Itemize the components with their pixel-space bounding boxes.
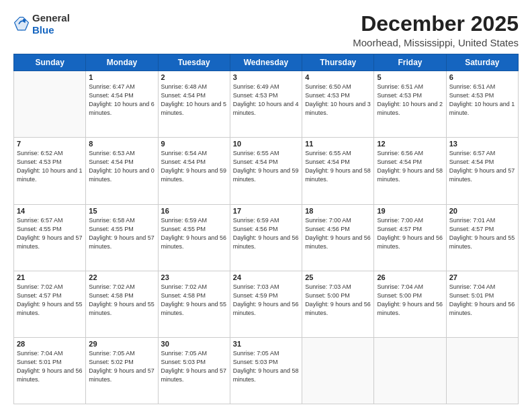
day-info: Sunrise: 6:47 AMSunset: 4:54 PMDaylight:… [89,83,154,118]
day-info: Sunrise: 7:02 AMSunset: 4:58 PMDaylight:… [161,283,227,318]
calendar-day-cell: 7Sunrise: 6:52 AMSunset: 4:53 PMDaylight… [14,138,86,204]
calendar-day-cell: 12Sunrise: 6:56 AMSunset: 4:54 PMDayligh… [374,138,446,204]
calendar-day-cell: 13Sunrise: 6:57 AMSunset: 4:54 PMDayligh… [446,138,518,204]
logo-icon [13,16,30,32]
day-of-week-header: Friday [374,54,446,71]
calendar-day-cell [374,337,446,404]
calendar-day-cell: 20Sunrise: 7:01 AMSunset: 4:57 PMDayligh… [446,204,518,271]
calendar-day-cell: 23Sunrise: 7:02 AMSunset: 4:58 PMDayligh… [158,271,230,337]
day-number: 15 [89,207,154,215]
calendar-header-row: SundayMondayTuesdayWednesdayThursdayFrid… [14,54,519,71]
day-info: Sunrise: 6:51 AMSunset: 4:53 PMDaylight:… [449,83,515,118]
day-number: 31 [233,340,299,348]
calendar-day-cell [302,337,374,404]
day-info: Sunrise: 7:04 AMSunset: 5:01 PMDaylight:… [449,283,515,318]
day-info: Sunrise: 6:56 AMSunset: 4:54 PMDaylight:… [377,149,443,184]
calendar-week-row: 14Sunrise: 6:57 AMSunset: 4:55 PMDayligh… [14,204,519,271]
day-number: 3 [233,73,299,81]
day-info: Sunrise: 6:51 AMSunset: 4:53 PMDaylight:… [377,83,443,118]
day-number: 5 [377,73,443,81]
day-info: Sunrise: 6:58 AMSunset: 4:55 PMDaylight:… [89,216,154,251]
logo: General Blue [13,12,70,36]
calendar-week-row: 7Sunrise: 6:52 AMSunset: 4:53 PMDaylight… [14,138,519,204]
day-number: 8 [89,140,154,148]
day-info: Sunrise: 7:00 AMSunset: 4:57 PMDaylight:… [377,216,443,251]
day-number: 4 [305,73,371,81]
day-number: 14 [17,207,83,215]
day-info: Sunrise: 6:48 AMSunset: 4:54 PMDaylight:… [161,83,227,118]
day-info: Sunrise: 6:57 AMSunset: 4:55 PMDaylight:… [17,216,83,251]
day-number: 7 [17,140,83,148]
title-block: December 2025 Moorhead, Mississippi, Uni… [353,12,519,48]
main-title: December 2025 [353,12,519,36]
calendar-day-cell [14,71,86,138]
calendar-day-cell: 22Sunrise: 7:02 AMSunset: 4:58 PMDayligh… [86,271,158,337]
day-number: 20 [449,207,515,215]
day-info: Sunrise: 6:50 AMSunset: 4:53 PMDaylight:… [305,83,371,118]
day-info: Sunrise: 6:54 AMSunset: 4:54 PMDaylight:… [161,149,227,184]
day-info: Sunrise: 7:02 AMSunset: 4:57 PMDaylight:… [17,283,83,318]
calendar-day-cell: 21Sunrise: 7:02 AMSunset: 4:57 PMDayligh… [14,271,86,337]
logo-blue: Blue [32,24,70,36]
day-info: Sunrise: 7:00 AMSunset: 4:56 PMDaylight:… [305,216,371,251]
calendar-day-cell: 28Sunrise: 7:04 AMSunset: 5:01 PMDayligh… [14,337,86,404]
day-info: Sunrise: 6:55 AMSunset: 4:54 PMDaylight:… [233,149,299,184]
day-of-week-header: Saturday [446,54,518,71]
calendar-week-row: 21Sunrise: 7:02 AMSunset: 4:57 PMDayligh… [14,271,519,337]
day-info: Sunrise: 6:52 AMSunset: 4:53 PMDaylight:… [17,149,83,184]
subtitle: Moorhead, Mississippi, United States [353,37,519,48]
calendar-day-cell: 27Sunrise: 7:04 AMSunset: 5:01 PMDayligh… [446,271,518,337]
calendar-day-cell [446,337,518,404]
day-of-week-header: Tuesday [158,54,230,71]
day-info: Sunrise: 7:04 AMSunset: 5:01 PMDaylight:… [17,349,83,384]
calendar-day-cell: 2Sunrise: 6:48 AMSunset: 4:54 PMDaylight… [158,71,230,138]
calendar-day-cell: 31Sunrise: 7:05 AMSunset: 5:03 PMDayligh… [230,337,302,404]
calendar-day-cell: 3Sunrise: 6:49 AMSunset: 4:53 PMDaylight… [230,71,302,138]
day-info: Sunrise: 7:04 AMSunset: 5:00 PMDaylight:… [377,283,443,318]
day-info: Sunrise: 7:02 AMSunset: 4:58 PMDaylight:… [89,283,154,318]
day-number: 11 [305,140,371,148]
calendar-day-cell: 4Sunrise: 6:50 AMSunset: 4:53 PMDaylight… [302,71,374,138]
calendar-day-cell: 25Sunrise: 7:03 AMSunset: 5:00 PMDayligh… [302,271,374,337]
header: General Blue December 2025 Moorhead, Mis… [13,12,519,48]
calendar-day-cell: 10Sunrise: 6:55 AMSunset: 4:54 PMDayligh… [230,138,302,204]
day-number: 19 [377,207,443,215]
calendar-body: 1Sunrise: 6:47 AMSunset: 4:54 PMDaylight… [14,71,519,404]
calendar-day-cell: 8Sunrise: 6:53 AMSunset: 4:54 PMDaylight… [86,138,158,204]
day-number: 24 [233,273,299,281]
day-number: 18 [305,207,371,215]
day-of-week-header: Sunday [14,54,86,71]
day-number: 22 [89,273,154,281]
calendar-day-cell: 6Sunrise: 6:51 AMSunset: 4:53 PMDaylight… [446,71,518,138]
day-info: Sunrise: 6:57 AMSunset: 4:54 PMDaylight:… [449,149,515,184]
day-of-week-header: Wednesday [230,54,302,71]
calendar-day-cell: 17Sunrise: 6:59 AMSunset: 4:56 PMDayligh… [230,204,302,271]
day-of-week-header: Monday [86,54,158,71]
day-number: 25 [305,273,371,281]
day-of-week-header: Thursday [302,54,374,71]
calendar-day-cell: 16Sunrise: 6:59 AMSunset: 4:55 PMDayligh… [158,204,230,271]
calendar-day-cell: 26Sunrise: 7:04 AMSunset: 5:00 PMDayligh… [374,271,446,337]
day-info: Sunrise: 7:03 AMSunset: 4:59 PMDaylight:… [233,283,299,318]
day-number: 2 [161,73,227,81]
day-number: 29 [89,340,154,348]
calendar-day-cell: 24Sunrise: 7:03 AMSunset: 4:59 PMDayligh… [230,271,302,337]
calendar-day-cell: 29Sunrise: 7:05 AMSunset: 5:02 PMDayligh… [86,337,158,404]
day-number: 12 [377,140,443,148]
calendar-day-cell: 11Sunrise: 6:55 AMSunset: 4:54 PMDayligh… [302,138,374,204]
calendar-day-cell: 18Sunrise: 7:00 AMSunset: 4:56 PMDayligh… [302,204,374,271]
day-info: Sunrise: 6:59 AMSunset: 4:55 PMDaylight:… [161,216,227,251]
calendar-day-cell: 1Sunrise: 6:47 AMSunset: 4:54 PMDaylight… [86,71,158,138]
day-info: Sunrise: 7:03 AMSunset: 5:00 PMDaylight:… [305,283,371,318]
day-info: Sunrise: 7:01 AMSunset: 4:57 PMDaylight:… [449,216,515,251]
calendar-week-row: 28Sunrise: 7:04 AMSunset: 5:01 PMDayligh… [14,337,519,404]
calendar-day-cell: 30Sunrise: 7:05 AMSunset: 5:03 PMDayligh… [158,337,230,404]
day-number: 13 [449,140,515,148]
day-number: 28 [17,340,83,348]
day-number: 30 [161,340,227,348]
calendar-day-cell: 5Sunrise: 6:51 AMSunset: 4:53 PMDaylight… [374,71,446,138]
day-number: 17 [233,207,299,215]
day-info: Sunrise: 6:59 AMSunset: 4:56 PMDaylight:… [233,216,299,251]
calendar-day-cell: 9Sunrise: 6:54 AMSunset: 4:54 PMDaylight… [158,138,230,204]
calendar-day-cell: 14Sunrise: 6:57 AMSunset: 4:55 PMDayligh… [14,204,86,271]
